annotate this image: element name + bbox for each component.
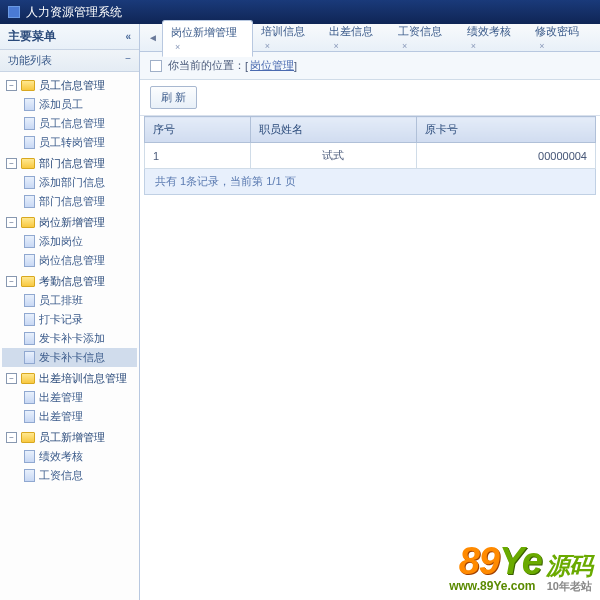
tree-parent-label: 员工信息管理 bbox=[39, 78, 105, 93]
main-area: ◄ 岗位新增管理×培训信息×出差信息×工资信息×绩效考核×修改密码× 你当前的位… bbox=[140, 24, 600, 600]
tree-child[interactable]: 员工转岗管理 bbox=[2, 133, 137, 152]
tree-child[interactable]: 部门信息管理 bbox=[2, 192, 137, 211]
collapse-icon[interactable]: « bbox=[125, 31, 131, 42]
tab-label: 绩效考核 bbox=[467, 25, 511, 37]
tree-child[interactable]: 岗位信息管理 bbox=[2, 251, 137, 270]
tree-child-label: 岗位信息管理 bbox=[39, 253, 105, 268]
tree-child[interactable]: 员工排班 bbox=[2, 291, 137, 310]
folder-icon bbox=[21, 217, 35, 228]
tree-child-label: 员工信息管理 bbox=[39, 116, 105, 131]
file-icon bbox=[24, 254, 35, 267]
tree-child-label: 员工排班 bbox=[39, 293, 83, 308]
expand-icon[interactable]: − bbox=[6, 432, 17, 443]
close-icon[interactable]: × bbox=[175, 42, 180, 52]
tree-child-label: 员工转岗管理 bbox=[39, 135, 105, 150]
close-icon[interactable]: × bbox=[333, 41, 338, 51]
folder-icon bbox=[21, 80, 35, 91]
file-icon bbox=[24, 351, 35, 364]
tree-parent-label: 部门信息管理 bbox=[39, 156, 105, 171]
window-title: 人力资源管理系统 bbox=[26, 4, 122, 21]
folder-icon bbox=[21, 432, 35, 443]
tree-child[interactable]: 添加岗位 bbox=[2, 232, 137, 251]
table-row[interactable]: 1试式00000004 bbox=[145, 143, 596, 169]
app-icon bbox=[8, 6, 20, 18]
tree-parent[interactable]: −部门信息管理 bbox=[2, 154, 137, 173]
nav-tree: −员工信息管理添加员工员工信息管理员工转岗管理−部门信息管理添加部门信息部门信息… bbox=[0, 72, 139, 600]
toolbar: 刷 新 bbox=[140, 80, 600, 116]
tab-prev-icon[interactable]: ◄ bbox=[144, 32, 162, 43]
tree-child[interactable]: 打卡记录 bbox=[2, 310, 137, 329]
file-icon bbox=[24, 136, 35, 149]
breadcrumb-link[interactable]: 岗位管理 bbox=[250, 58, 294, 73]
tree-child-label: 发卡补卡添加 bbox=[39, 331, 105, 346]
expand-icon[interactable]: − bbox=[6, 158, 17, 169]
tree-child[interactable]: 发卡补卡信息 bbox=[2, 348, 137, 367]
tab[interactable]: 绩效考核× bbox=[459, 20, 528, 56]
tree-parent-label: 岗位新增管理 bbox=[39, 215, 105, 230]
file-icon bbox=[24, 235, 35, 248]
tree-child-label: 出差管理 bbox=[39, 409, 83, 424]
file-icon bbox=[24, 117, 35, 130]
close-icon[interactable]: × bbox=[471, 41, 476, 51]
tree-child[interactable]: 添加员工 bbox=[2, 95, 137, 114]
column-header[interactable]: 职员姓名 bbox=[250, 117, 416, 143]
data-table-wrap: 序号职员姓名原卡号 1试式00000004 共有 1条记录，当前第 1/1 页 bbox=[140, 116, 600, 195]
refresh-button[interactable]: 刷 新 bbox=[150, 86, 197, 109]
tree-child-label: 添加员工 bbox=[39, 97, 83, 112]
tab-label: 岗位新增管理 bbox=[171, 26, 237, 38]
tab-bar: ◄ 岗位新增管理×培训信息×出差信息×工资信息×绩效考核×修改密码× bbox=[140, 24, 600, 52]
tree-parent[interactable]: −岗位新增管理 bbox=[2, 213, 137, 232]
tab[interactable]: 培训信息× bbox=[253, 20, 322, 56]
tree-child-label: 添加部门信息 bbox=[39, 175, 105, 190]
expand-icon[interactable]: − bbox=[6, 276, 17, 287]
pagination: 共有 1条记录，当前第 1/1 页 bbox=[144, 169, 596, 195]
tree-child-label: 工资信息 bbox=[39, 468, 83, 483]
cell-no: 1 bbox=[145, 143, 251, 169]
tab[interactable]: 出差信息× bbox=[321, 20, 390, 56]
tree-parent-label: 出差培训信息管理 bbox=[39, 371, 127, 386]
tree-child[interactable]: 发卡补卡添加 bbox=[2, 329, 137, 348]
close-icon[interactable]: × bbox=[402, 41, 407, 51]
tab[interactable]: 岗位新增管理× bbox=[162, 20, 253, 57]
tree-child[interactable]: 添加部门信息 bbox=[2, 173, 137, 192]
file-icon bbox=[24, 98, 35, 111]
column-header[interactable]: 原卡号 bbox=[416, 117, 595, 143]
tree-child[interactable]: 员工信息管理 bbox=[2, 114, 137, 133]
data-table: 序号职员姓名原卡号 1试式00000004 bbox=[144, 116, 596, 169]
expand-icon[interactable]: − bbox=[6, 80, 17, 91]
close-icon[interactable]: × bbox=[539, 41, 544, 51]
tab-label: 培训信息 bbox=[261, 25, 305, 37]
tree-child[interactable]: 工资信息 bbox=[2, 466, 137, 485]
file-icon bbox=[24, 450, 35, 463]
tree-parent[interactable]: −出差培训信息管理 bbox=[2, 369, 137, 388]
tab[interactable]: 工资信息× bbox=[390, 20, 459, 56]
tree-child-label: 出差管理 bbox=[39, 390, 83, 405]
minimize-icon[interactable]: − bbox=[125, 53, 131, 68]
file-icon bbox=[24, 294, 35, 307]
file-icon bbox=[24, 176, 35, 189]
tab[interactable]: 修改密码× bbox=[527, 20, 596, 56]
func-list-label: 功能列表 bbox=[8, 53, 52, 68]
tree-child-label: 发卡补卡信息 bbox=[39, 350, 105, 365]
expand-icon[interactable]: − bbox=[6, 373, 17, 384]
tree-parent[interactable]: −考勤信息管理 bbox=[2, 272, 137, 291]
file-icon bbox=[24, 313, 35, 326]
tab-label: 工资信息 bbox=[398, 25, 442, 37]
close-icon[interactable]: × bbox=[265, 41, 270, 51]
tab-label: 修改密码 bbox=[535, 25, 579, 37]
location-icon bbox=[150, 60, 162, 72]
tree-child[interactable]: 出差管理 bbox=[2, 407, 137, 426]
tree-child[interactable]: 绩效考核 bbox=[2, 447, 137, 466]
tab-label: 出差信息 bbox=[329, 25, 373, 37]
tree-parent-label: 员工新增管理 bbox=[39, 430, 105, 445]
tree-child-label: 打卡记录 bbox=[39, 312, 83, 327]
cell-name: 试式 bbox=[250, 143, 416, 169]
column-header[interactable]: 序号 bbox=[145, 117, 251, 143]
tree-child[interactable]: 出差管理 bbox=[2, 388, 137, 407]
tree-parent[interactable]: −员工新增管理 bbox=[2, 428, 137, 447]
sidebar: 主要菜单 « 功能列表 − −员工信息管理添加员工员工信息管理员工转岗管理−部门… bbox=[0, 24, 140, 600]
expand-icon[interactable]: − bbox=[6, 217, 17, 228]
tree-child-label: 绩效考核 bbox=[39, 449, 83, 464]
tree-parent[interactable]: −员工信息管理 bbox=[2, 76, 137, 95]
tree-parent-label: 考勤信息管理 bbox=[39, 274, 105, 289]
